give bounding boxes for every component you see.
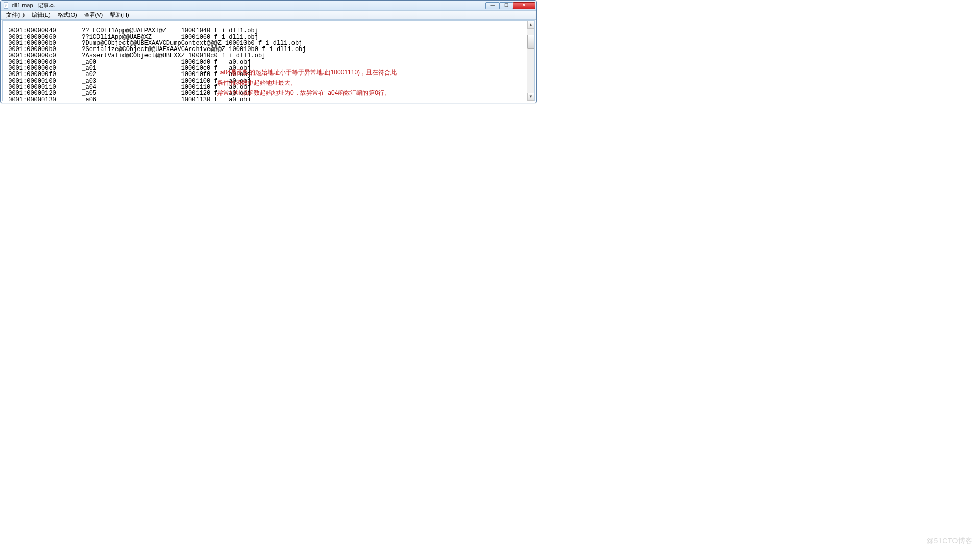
- notepad-window: dll1.map - 记事本 — ☐ ✕ 文件(F) 编辑(E) 格式(O) 查…: [0, 0, 537, 103]
- map-line: 0001:00000130 _a06 10001130 f a0.obj: [5, 96, 251, 101]
- scroll-up-button[interactable]: ▲: [527, 21, 534, 29]
- client-area: 0001:00000040 ??_ECDll1App@@UAEPAXI@Z 10…: [2, 20, 535, 101]
- annotation-text-2: 条件的函数中起始地址最大。: [217, 80, 297, 86]
- menubar: 文件(F) 编辑(E) 格式(O) 查看(V) 帮助(H): [1, 11, 536, 20]
- menu-help[interactable]: 帮助(H): [106, 11, 132, 19]
- window-controls: — ☐ ✕: [486, 2, 535, 9]
- vertical-scrollbar[interactable]: ▲ ▼: [527, 21, 534, 101]
- scroll-track[interactable]: [527, 29, 534, 93]
- menu-edit[interactable]: 编辑(E): [28, 11, 54, 19]
- underline-annotation: [149, 83, 216, 83]
- window-title: dll1.map - 记事本: [12, 2, 486, 9]
- minimize-button[interactable]: —: [485, 2, 500, 9]
- maximize-button[interactable]: ☐: [499, 2, 513, 9]
- watermark-text: @51CTO博客: [926, 537, 973, 546]
- scroll-thumb[interactable]: [527, 35, 534, 49]
- close-button[interactable]: ✕: [513, 2, 535, 9]
- menu-format[interactable]: 格式(O): [54, 11, 81, 19]
- titlebar[interactable]: dll1.map - 记事本 — ☐ ✕: [1, 1, 536, 11]
- menu-file[interactable]: 文件(F): [3, 11, 28, 19]
- document-icon: [3, 2, 10, 9]
- text-content[interactable]: 0001:00000040 ??_ECDll1App@@UAEPAXI@Z 10…: [3, 21, 527, 101]
- scroll-down-button[interactable]: ▼: [527, 93, 534, 101]
- annotation-text-1: _a04是函数的起始地址小于等于异常地址(10001110)，且在符合此: [217, 69, 397, 76]
- menu-view[interactable]: 查看(V): [81, 11, 107, 19]
- annotation-text-3: 异常地址减函数起始地址为0，故异常在_a04函数汇编的第0行。: [217, 90, 390, 96]
